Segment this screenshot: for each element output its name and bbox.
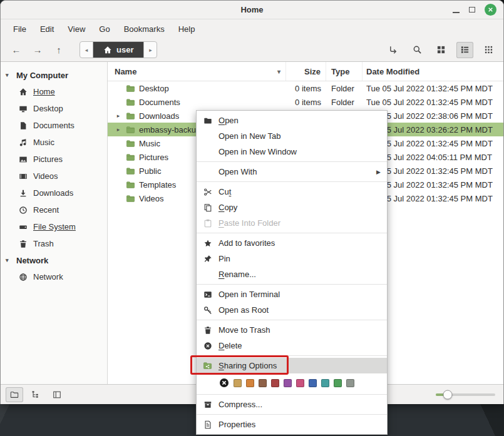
sidebar-item-music[interactable]: Music — [1, 134, 107, 151]
icon-view-button[interactable] — [433, 42, 450, 58]
search-button[interactable] — [409, 42, 426, 58]
context-menu-item-open-in-terminal[interactable]: Open in Terminal — [197, 286, 387, 302]
menubar-item-go[interactable]: Go — [92, 22, 116, 36]
forward-button[interactable]: → — [28, 42, 47, 58]
back-button[interactable]: ← — [7, 42, 26, 58]
context-menu-item-open[interactable]: Open — [197, 113, 387, 128]
context-menu-item-open-with[interactable]: Open With▶ — [197, 164, 387, 180]
menu-item-label: Open With — [219, 167, 257, 176]
file-modified: Tue 05 Jul 2022 01:32:45 PM MDT — [366, 84, 493, 93]
file-size: 0 items — [295, 84, 321, 93]
sidebar-item-desktop[interactable]: Desktop — [1, 100, 107, 117]
sidebar-item-videos[interactable]: Videos — [1, 168, 107, 185]
context-menu-item-properties[interactable]: Properties — [197, 417, 387, 432]
sidebar-item-label: File System — [33, 222, 76, 231]
context-menu-item-open-as-root[interactable]: Open as Root — [197, 302, 387, 318]
places-icon — [10, 390, 19, 399]
context-menu-item-open-in-new-window[interactable]: Open in New Window — [197, 144, 387, 160]
window-controls — [453, 4, 503, 16]
section-label: My Computer — [16, 71, 68, 80]
paste-icon — [202, 219, 213, 228]
file-name: Music — [139, 139, 160, 148]
color-swatch-0[interactable] — [234, 379, 242, 387]
sidebar-item-file-system[interactable]: File System — [1, 218, 107, 235]
path-scroll-left-button[interactable]: ◂ — [80, 42, 93, 58]
file-row-documents[interactable]: Documents0 itemsFolderTue 05 Jul 2022 01… — [108, 95, 503, 109]
color-swatch-9[interactable] — [346, 379, 354, 387]
zoom-handle[interactable] — [443, 390, 453, 399]
column-header-date-modified[interactable]: Date Modified — [363, 62, 503, 81]
maximize-button[interactable] — [469, 7, 475, 13]
color-swatch-6[interactable] — [309, 379, 317, 387]
path-scroll-right-button[interactable]: ▸ — [144, 42, 157, 58]
column-header-type[interactable]: Type — [326, 62, 363, 81]
column-header-size[interactable]: Size — [286, 62, 326, 81]
menu-item-label: Open — [219, 116, 239, 125]
color-swatch-4[interactable] — [284, 379, 292, 387]
zoom-slider[interactable] — [436, 385, 495, 404]
trash-icon — [19, 240, 28, 248]
color-swatch-2[interactable] — [259, 379, 267, 387]
context-menu-item-pin[interactable]: Pin — [197, 251, 387, 266]
context-menu-item-copy[interactable]: Copy — [197, 200, 387, 215]
file-name: Templates — [139, 180, 176, 190]
context-menu-item-add-to-favorites[interactable]: Add to favorites — [197, 235, 387, 251]
show-treeview-button[interactable] — [27, 387, 44, 402]
titlebar[interactable]: Home — [1, 1, 503, 19]
color-reset-button[interactable] — [219, 378, 229, 388]
sidebar-item-trash[interactable]: Trash — [1, 235, 107, 252]
sidebar-item-pictures[interactable]: Pictures — [1, 151, 107, 168]
sidebar-item-network[interactable]: Network — [1, 268, 107, 285]
file-row-desktop[interactable]: Desktop0 itemsFolderTue 05 Jul 2022 01:3… — [108, 81, 503, 95]
up-button[interactable]: ↑ — [49, 42, 68, 58]
toggle-side-pane-button[interactable] — [48, 387, 66, 402]
folder-green-icon — [126, 84, 135, 93]
sidebar-section-network[interactable]: ▾Network — [1, 252, 107, 268]
drive-icon — [19, 223, 28, 231]
column-header-name[interactable]: Name▾ — [108, 62, 286, 81]
context-menu-item-delete[interactable]: Delete — [197, 338, 387, 353]
show-places-button[interactable] — [6, 387, 23, 402]
search-icon — [413, 45, 422, 54]
name-cell: Desktop — [108, 81, 286, 95]
section-label: Network — [16, 256, 48, 265]
path-segment-user[interactable]: user — [93, 42, 144, 58]
context-menu-item-cut[interactable]: Cut — [197, 184, 387, 200]
compact-view-icon — [484, 45, 493, 54]
menu-item-label: Rename... — [219, 270, 256, 279]
sidebar-item-recent[interactable]: Recent — [1, 201, 107, 218]
sidebar-item-home[interactable]: Home — [1, 83, 107, 100]
menubar-item-file[interactable]: File — [6, 22, 33, 36]
treeview-icon — [31, 390, 40, 399]
color-swatch-8[interactable] — [334, 379, 342, 387]
expander-icon[interactable]: ▸ — [115, 113, 122, 119]
folder-green-icon — [126, 166, 135, 176]
menubar-item-help[interactable]: Help — [172, 22, 202, 36]
list-view-button[interactable] — [456, 42, 473, 58]
color-swatch-1[interactable] — [246, 379, 254, 387]
menubar-item-edit[interactable]: Edit — [33, 22, 61, 36]
color-swatch-7[interactable] — [321, 379, 329, 387]
close-button[interactable] — [485, 4, 496, 16]
color-swatch-3[interactable] — [271, 379, 279, 387]
sidebar-section-my-computer[interactable]: ▾My Computer — [1, 67, 107, 83]
sidebar-item-downloads[interactable]: Downloads — [1, 185, 107, 201]
context-menu-item-move-to-trash[interactable]: Move to Trash — [197, 322, 387, 338]
context-menu-item-rename[interactable]: Rename... — [197, 266, 387, 282]
sidebar-item-documents[interactable]: Documents — [1, 117, 107, 134]
minimize-button[interactable] — [453, 12, 460, 13]
context-menu-item-sharing-options[interactable]: Sharing Options — [197, 358, 387, 373]
toggle-location-entry-button[interactable] — [385, 42, 402, 58]
menubar-item-view[interactable]: View — [61, 22, 92, 36]
context-menu-item-open-in-new-tab[interactable]: Open in New Tab — [197, 128, 387, 144]
color-swatch-5[interactable] — [296, 379, 304, 387]
menubar-item-bookmarks[interactable]: Bookmarks — [117, 22, 172, 36]
copy-icon — [202, 203, 213, 212]
compact-view-button[interactable] — [480, 42, 497, 58]
context-menu-item-compress[interactable]: Compress... — [197, 397, 387, 412]
expander-icon[interactable]: ▸ — [115, 126, 122, 133]
sidebar-item-label: Trash — [33, 239, 54, 248]
menu-separator — [197, 181, 387, 182]
menu-item-label: Add to favorites — [219, 238, 275, 248]
delete-circle-icon — [202, 342, 213, 350]
